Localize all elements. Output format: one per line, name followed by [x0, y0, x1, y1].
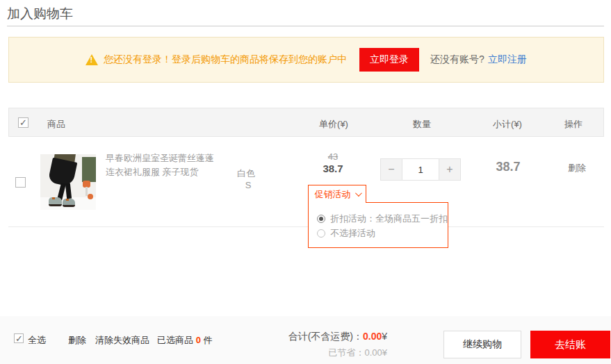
total-currency: ¥	[382, 331, 387, 342]
quantity-stepper: − +	[380, 158, 461, 181]
warning-text: 您还没有登录！登录后购物车的商品将保存到您的账户中	[104, 53, 347, 66]
header-subtotal: 小计(¥)	[493, 118, 522, 131]
increase-quantity-button[interactable]: +	[439, 158, 461, 181]
saved-line: 已节省：0.00¥	[288, 347, 387, 359]
clear-invalid-link[interactable]: 清除失效商品	[95, 334, 149, 347]
total-value: 0.00	[363, 331, 382, 342]
image-boot-shape	[49, 197, 62, 206]
header-product: 商品	[47, 118, 65, 131]
image-cabinet-shape	[82, 157, 96, 182]
total-line: 合计(不含运费)：0.00¥	[288, 331, 387, 343]
variant-size: S	[245, 180, 252, 190]
saved-value: 0.00¥	[364, 347, 387, 358]
image-leg-shape	[65, 183, 72, 199]
total-label: 合计(不含运费)：	[288, 331, 363, 342]
image-boot-shape	[63, 199, 75, 207]
cart-table-header: 商品 单价(¥) 数量 小计(¥) 操作	[8, 108, 604, 137]
decrease-quantity-button[interactable]: −	[380, 158, 402, 181]
header-quantity: 数量	[413, 118, 431, 131]
warning-icon	[85, 54, 98, 65]
cart-item-row: 早春欧洲皇室圣诞蕾丝蓬蓬连衣裙礼服服 亲子现货 白色 S 43 38.7 − +…	[8, 137, 604, 227]
page-title: 加入购物车	[7, 5, 73, 23]
promotion-dropdown-toggle[interactable]: 促销活动	[308, 185, 366, 203]
saved-label: 已节省：	[328, 347, 364, 358]
register-link[interactable]: 立即注册	[488, 53, 527, 66]
image-lace-shape	[66, 199, 69, 201]
continue-shopping-button[interactable]: 继续购物	[443, 331, 521, 358]
title-divider	[7, 26, 604, 26]
header-unit-price: 单价(¥)	[319, 118, 348, 131]
login-button[interactable]: 立即登录	[359, 48, 419, 72]
selected-count-prefix: 已选商品	[157, 335, 193, 345]
current-price: 38.7	[323, 163, 343, 174]
image-lace-shape	[52, 197, 55, 199]
footer-bar: 全选 删除 清除失效商品 已选商品 0 件 合计(不含运费)：0.00¥ 已节省…	[0, 316, 611, 364]
promotion-option-none[interactable]: 不选择活动	[317, 226, 448, 240]
radio-selected-icon[interactable]	[317, 215, 325, 223]
no-account-text: 还没有账号?	[430, 53, 484, 66]
promotion-option-discount[interactable]: 折扣活动：全场商品五一折扣	[317, 211, 448, 226]
delete-selected-link[interactable]: 删除	[68, 334, 86, 347]
selected-count-suffix: 件	[203, 335, 212, 345]
original-price: 43	[328, 151, 338, 162]
header-action: 操作	[564, 118, 583, 131]
delete-item-link[interactable]: 删除	[568, 162, 586, 174]
chevron-down-icon	[355, 190, 361, 197]
image-skirt-shape	[48, 158, 78, 188]
item-checkbox[interactable]	[15, 177, 26, 188]
image-ball-shape	[88, 194, 93, 199]
select-all-label[interactable]: 全选	[28, 334, 46, 347]
variant-color: 白色	[237, 167, 255, 180]
checkout-button[interactable]: 去结账	[530, 331, 610, 358]
login-banner: 您还没有登录！登录后购物车的商品将保存到您的账户中 立即登录 还没有账号? 立即…	[8, 37, 604, 83]
promotion-option-label: 折扣活动：全场商品五一折扣	[330, 213, 448, 225]
radio-unselected-icon[interactable]	[317, 229, 325, 238]
promotion-label: 促销活动	[315, 188, 351, 201]
totals-block: 合计(不含运费)：0.00¥ 已节省：0.00¥	[288, 331, 387, 359]
item-subtotal: 38.7	[496, 160, 520, 174]
product-title[interactable]: 早春欧洲皇室圣诞蕾丝蓬蓬连衣裙礼服服 亲子现货	[106, 151, 217, 179]
promotion-panel: 折扣活动：全场商品五一折扣 不选择活动	[308, 202, 448, 248]
promotion-option-label: 不选择活动	[330, 227, 375, 240]
selected-count-text: 已选商品 0 件	[157, 334, 212, 347]
selected-count-number: 0	[196, 335, 201, 345]
select-all-header-checkbox[interactable]	[18, 117, 28, 128]
cart-page: 加入购物车 您还没有登录！登录后购物车的商品将保存到您的账户中 立即登录 还没有…	[0, 0, 611, 364]
select-all-checkbox[interactable]	[14, 333, 24, 343]
product-image[interactable]	[40, 154, 96, 210]
quantity-input[interactable]	[402, 158, 439, 181]
